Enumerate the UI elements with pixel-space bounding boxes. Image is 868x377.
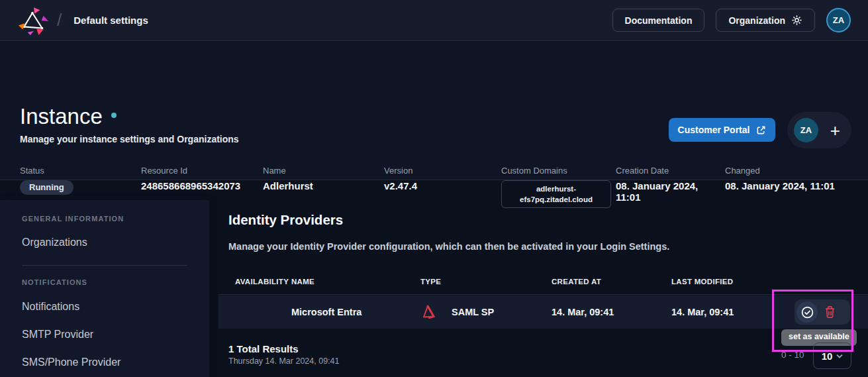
column-header-availability: AVAILABILITY: [235, 278, 289, 286]
page-size-value: 10: [822, 350, 833, 362]
instance-avatar-pill: ZA +: [787, 112, 851, 148]
user-avatar[interactable]: ZA: [826, 8, 851, 32]
page-subtitle: Manage your instance settings and Organi…: [20, 134, 239, 144]
row-actions: [795, 299, 850, 325]
gear-icon: [791, 15, 802, 26]
info-label-changed: Changed: [725, 166, 835, 176]
page-title-text: Instance: [20, 104, 103, 129]
row-type: SAML SP: [452, 296, 494, 329]
info-value-name: Adlerhurst: [263, 180, 384, 191]
info-label-version: Version: [384, 166, 501, 176]
trash-icon: [824, 305, 836, 319]
column-header-name: NAME: [291, 278, 314, 286]
organization-button[interactable]: Organization: [716, 9, 815, 32]
column-header-type: TYPE: [420, 278, 441, 286]
customer-portal-button[interactable]: Customer Portal: [669, 118, 775, 142]
instance-header: Instance Manage your instance settings a…: [0, 42, 868, 180]
sidebar-item-notifications[interactable]: Notifications: [22, 301, 79, 313]
row-created-at: 14. Mar, 09:41: [552, 296, 614, 329]
sidebar-item-sms-phone-provider[interactable]: SMS/Phone Provider: [22, 356, 121, 368]
info-field-name: Name Adlerhurst: [263, 166, 384, 208]
chevron-down-icon: [836, 354, 843, 358]
breadcrumb[interactable]: Default settings: [73, 15, 148, 26]
status-badge: Running: [20, 180, 73, 195]
check-circle-icon: [800, 305, 814, 319]
sidebar-section-general-information: GENERAL INFORMATION: [22, 215, 124, 223]
info-label-name: Name: [263, 166, 384, 176]
info-field-custom-domains: Custom Domains adlerhurst-efs7pq.zitadel…: [501, 166, 616, 208]
documentation-button-label: Documentation: [625, 15, 693, 26]
sidebar-item-organizations[interactable]: Organizations: [22, 237, 87, 248]
page-size-select[interactable]: 10: [813, 343, 851, 369]
documentation-button[interactable]: Documentation: [612, 9, 705, 32]
instance-avatar[interactable]: ZA: [794, 118, 818, 142]
section-title: Identity Providers: [228, 212, 343, 228]
instance-status-dot: [111, 113, 117, 118]
add-instance-icon[interactable]: +: [830, 122, 840, 139]
info-value-resource-id: 248658668965342073: [141, 180, 263, 191]
idp-table-header: AVAILABILITY NAME TYPE CREATED AT LAST M…: [218, 268, 868, 295]
row-last-modified: 14. Mar, 09:41: [671, 296, 734, 329]
info-label-resource-id: Resource Id: [141, 166, 263, 176]
info-field-changed: Changed 08. January 2024, 11:01: [725, 166, 835, 208]
breadcrumb-separator: /: [57, 10, 62, 30]
custom-domain-chip[interactable]: adlerhurst-efs7pq.zitadel.cloud: [501, 180, 611, 208]
saml-provider-icon: [419, 303, 436, 321]
info-field-creation-date: Creation Date 08. January 2024, 11:01: [616, 166, 725, 208]
section-description: Manage your Identity Provider configurat…: [228, 241, 669, 252]
info-label-status: Status: [20, 166, 141, 176]
column-header-last-modified: LAST MODIFIED: [671, 278, 733, 286]
customer-portal-label: Customer Portal: [678, 125, 750, 135]
results-timestamp: Thursday 14. Mar 2024, 09:41: [228, 356, 339, 366]
settings-sidebar: GENERAL INFORMATION Organizations NOTIFI…: [0, 200, 209, 377]
zitadel-logo-icon[interactable]: [17, 6, 49, 35]
external-link-icon: [756, 125, 766, 135]
total-results: 1 Total Results: [228, 343, 299, 354]
column-header-created-at: CREATED AT: [552, 278, 601, 286]
delete-button[interactable]: [824, 305, 836, 319]
info-value-creation-date: 08. January 2024, 11:01: [616, 180, 725, 203]
pagination-range: 0 - 10: [781, 350, 804, 360]
info-field-version: Version v2.47.4: [384, 166, 501, 208]
sidebar-section-notifications: NOTIFICATIONS: [22, 278, 87, 286]
info-value-version: v2.47.4: [384, 180, 501, 191]
table-row[interactable]: Microsoft Entra SAML SP 14. Mar, 09:41 1…: [218, 296, 868, 329]
organization-button-label: Organization: [728, 15, 785, 26]
sidebar-divider: [22, 265, 187, 266]
info-label-creation-date: Creation Date: [616, 166, 725, 176]
set-available-button[interactable]: [796, 301, 818, 323]
top-bar: / Default settings Documentation Organiz…: [0, 0, 868, 41]
page-title: Instance: [20, 104, 117, 129]
info-label-custom-domains: Custom Domains: [501, 166, 616, 176]
sidebar-item-smtp-provider[interactable]: SMTP Provider: [22, 329, 93, 341]
row-name: Microsoft Entra: [291, 296, 362, 329]
info-value-changed: 08. January 2024, 11:01: [725, 180, 835, 191]
